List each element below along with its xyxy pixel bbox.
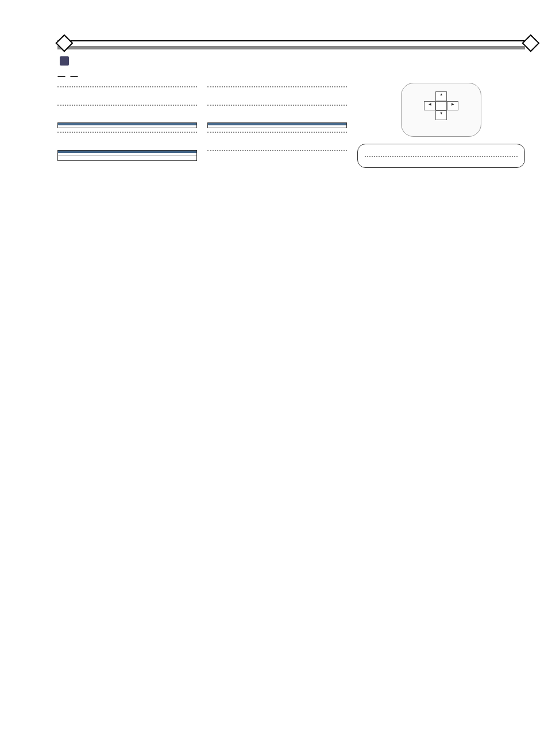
column-2	[207, 83, 347, 168]
column-3: ▲ ◀ ▶ ▼	[357, 83, 525, 168]
disc-badges	[57, 69, 525, 79]
osd-format-menu	[57, 150, 197, 161]
osd-recording-menu	[57, 122, 197, 128]
column-1	[57, 83, 197, 168]
note-box	[357, 144, 525, 168]
dpad-left-icon: ◀	[424, 101, 435, 111]
dpad-down-icon: ▼	[435, 110, 447, 120]
badge-vr	[70, 76, 78, 77]
remote-dpad: ▲ ◀ ▶ ▼	[424, 91, 458, 120]
dpad-up-icon: ▲	[435, 91, 447, 101]
badge-video	[57, 76, 65, 77]
nav-icon	[60, 56, 69, 66]
section-heading	[57, 55, 525, 66]
dpad-center	[435, 101, 447, 111]
osd-autochapter-menu	[207, 122, 347, 128]
remote-diagram: ▲ ◀ ▶ ▼	[401, 83, 481, 137]
dpad-right-icon: ▶	[447, 101, 458, 111]
page-title	[57, 40, 525, 45]
subtitle-bar	[57, 46, 525, 49]
